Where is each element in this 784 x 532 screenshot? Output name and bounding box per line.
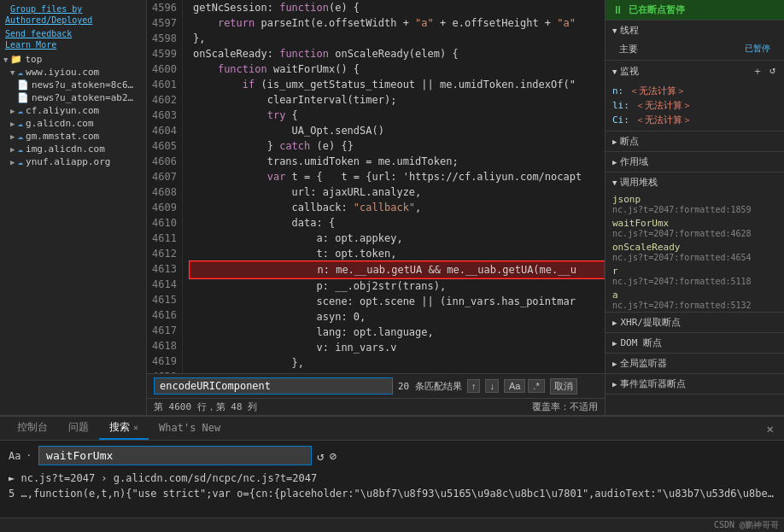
tree-item-label: g.alicdn.com	[26, 118, 93, 129]
tree-item-iyiou[interactable]: ▼ ☁ www.iyiou.com	[0, 66, 146, 79]
callstack-item[interactable]: rnc.js?t=2047:formatted:5118	[606, 264, 784, 288]
tree-item-ynuf[interactable]: ▶ ☁ ynuf.aliapp.org	[0, 155, 146, 168]
line-number: 4598	[147, 31, 177, 46]
section-callstack-header[interactable]: ▼ 调用堆栈	[606, 172, 784, 192]
section-threads-header[interactable]: ▼ 线程	[606, 20, 784, 40]
code-line: var t = { t = {url: 'https://cf.aliyun.c…	[190, 169, 605, 184]
send-feedback-btn[interactable]: Send feedback	[0, 29, 146, 40]
section-scope-header[interactable]: ▶ 作用域	[606, 152, 784, 172]
callstack-loc: nc.js?t=2047:formatted:4628	[612, 229, 777, 238]
line-number: 4613	[147, 261, 177, 277]
callstack-item[interactable]: anc.js?t=2047:formatted:5132	[606, 288, 784, 312]
code-line: try {	[190, 108, 605, 123]
code-line: scene: opt.scene || (inn_vars.has_pointm…	[190, 294, 605, 309]
callstack-name: onScaleReady	[612, 242, 777, 253]
watch-actions: ＋ ↺	[751, 64, 777, 79]
add-watch-btn[interactable]: ＋	[751, 64, 764, 79]
tree-item-img[interactable]: ▶ ☁ img.alicdn.com	[0, 143, 146, 155]
code-line: function waitForUmx() {	[190, 61, 605, 77]
callstack-loc: nc.js?t=2047:formatted:1859	[612, 205, 777, 214]
bottom-search-bar: Aa · ↺ ⊘	[0, 441, 784, 471]
callstack-item[interactable]: jsonpnc.js?t=2047:formatted:1859	[606, 192, 784, 216]
tree-item-label: news?u_atoken=8c6…	[32, 79, 133, 91]
line-number: 4611	[147, 231, 177, 246]
callstack-name: jsonp	[612, 194, 777, 205]
arrow-icon: ▶	[612, 319, 617, 327]
learn-more-btn[interactable]: Learn More	[0, 40, 146, 53]
callstack-item[interactable]: onScaleReadync.js?t=2047:formatted:4654	[606, 240, 784, 264]
arrow-icon: ▶	[10, 145, 15, 154]
tab-search-label: 搜索	[109, 420, 130, 435]
section-title: 全局监听器	[620, 357, 667, 370]
search-prev-btn[interactable]: ↑	[467, 379, 481, 393]
callstack-loc: nc.js?t=2047:formatted:4654	[612, 253, 777, 262]
section-callstack: ▼ 调用堆栈 jsonpnc.js?t=2047:formatted:1859w…	[606, 172, 784, 313]
search-input[interactable]	[154, 377, 393, 395]
callstack-loc: nc.js?t=2047:formatted:5118	[612, 277, 777, 286]
tab-search[interactable]: 搜索 ✕	[99, 417, 149, 440]
match-case-btn[interactable]: Aa	[504, 379, 525, 393]
arrow-icon: ▼	[612, 67, 617, 76]
search-result-line[interactable]: 5 …,function(e,t,n){"use strict";var o={…	[0, 486, 784, 501]
cloud-icon: ☁	[17, 105, 23, 116]
cloud-icon: ☁	[17, 118, 23, 129]
section-global-header[interactable]: ▶ 全局监听器	[606, 354, 784, 373]
attribution: CSDN @鹏神哥哥	[0, 517, 784, 532]
refresh-watch-btn[interactable]: ↺	[768, 64, 777, 79]
line-number: 4610	[147, 215, 177, 231]
search-next-btn[interactable]: ↓	[485, 379, 499, 393]
arrow-icon: ▼	[612, 178, 617, 187]
code-line: t: opt.token,	[190, 246, 605, 261]
search-cancel-btn[interactable]: 取消	[550, 378, 577, 395]
callstack-item[interactable]: waitForUmxnc.js?t=2047:formatted:4628	[606, 216, 784, 240]
section-title: 调用堆栈	[620, 176, 658, 189]
whole-word-btn[interactable]: .*	[528, 379, 544, 393]
line-number: 4604	[147, 123, 177, 138]
clear-btn[interactable]: ⊘	[330, 449, 336, 463]
refresh-btn[interactable]: ↺	[317, 449, 324, 463]
group-files-btn[interactable]: Group files by Authored/Deployed	[5, 3, 97, 26]
tree-item-news1[interactable]: 📄 news?u_atoken=8c6…	[0, 79, 146, 91]
section-event-header[interactable]: ▶ 事件监听器断点	[606, 374, 784, 394]
tree-item-cf[interactable]: ▶ ☁ cf.aliyun.com	[0, 104, 146, 117]
tab-search-close[interactable]: ✕	[133, 423, 138, 432]
search-result-line[interactable]: ► nc.js?t=2047 › g.alicdn.com/sd/ncpc/nc…	[0, 471, 784, 486]
code-line: url: ajaxURL.analyze,	[190, 184, 605, 200]
threads-content: 主要 已暂停	[606, 40, 784, 60]
section-dom-header[interactable]: ▶ DOM 断点	[606, 333, 784, 353]
section-xhr-header[interactable]: ▶ XHR/提取断点	[606, 313, 784, 332]
tab-whatsnew[interactable]: What's New	[149, 418, 231, 439]
tree-item-g[interactable]: ▶ ☁ g.alicdn.com	[0, 117, 146, 130]
code-line: },	[190, 355, 605, 371]
arrow-icon: ▶	[612, 360, 617, 368]
tab-console[interactable]: 控制台	[7, 417, 58, 440]
cloud-icon: ☁	[17, 131, 23, 142]
tree-item-news2[interactable]: 📄 news?u_atoken=ab2…	[0, 91, 146, 104]
thread-status: 已暂停	[745, 43, 770, 56]
section-breakpoints-header[interactable]: ▶ 断点	[606, 132, 784, 151]
section-watch-header[interactable]: ▼ 监视 ＋ ↺	[606, 61, 784, 82]
close-panel-btn[interactable]: ✕	[764, 418, 777, 439]
arrow-icon: ▶	[10, 120, 15, 128]
line-number: 4609	[147, 200, 177, 215]
line-number: 4596	[147, 0, 177, 15]
section-title: 作用域	[620, 155, 648, 168]
code-lines[interactable]: getNcSession: function(e) { return parse…	[183, 0, 605, 373]
sidebar-header: Group files by Authored/Deployed	[0, 0, 146, 29]
watch-li: li: ＜无法计算＞	[612, 98, 777, 113]
line-number: 4618	[147, 338, 177, 354]
callstack-name: a	[612, 289, 777, 301]
search-options: Aa .*	[504, 379, 545, 393]
line-number: 4602	[147, 92, 177, 108]
sidebar: Group files by Authored/Deployed Send fe…	[0, 0, 147, 415]
bottom-search-input[interactable]	[38, 446, 312, 465]
tree-item-top[interactable]: ▼ 📁 top	[0, 53, 146, 66]
right-panel: ⏸ 已在断点暂停 ▼ 线程 主要 已暂停 ▼ 监视 ＋	[605, 0, 784, 415]
thread-main: 主要 已暂停	[612, 42, 777, 56]
code-line: } catch (e) {}	[190, 138, 605, 154]
line-number: 4612	[147, 246, 177, 261]
tab-issues[interactable]: 问题	[58, 417, 99, 440]
tree-item-gm[interactable]: ▶ ☁ gm.mmstat.com	[0, 130, 146, 143]
code-line: a: opt.appkey,	[190, 231, 605, 246]
code-line: p: __.obj2str(trans),	[190, 278, 605, 294]
